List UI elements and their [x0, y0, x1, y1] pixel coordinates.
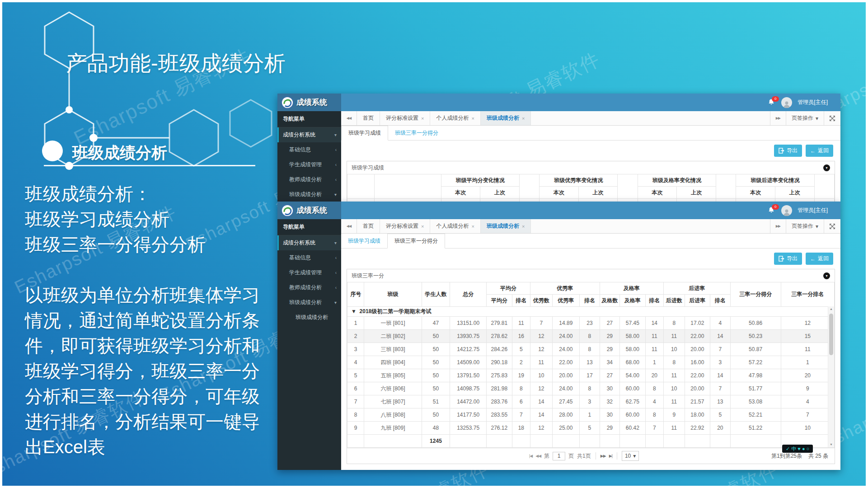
header-right: 0 管理员[主任] — [768, 94, 840, 111]
user-label[interactable]: 管理员[主任] — [798, 99, 828, 106]
sidebar-item-teacher-analysis[interactable]: 教师成绩分析 ‹ — [277, 280, 341, 295]
avatar[interactable] — [781, 97, 792, 108]
first-page-button[interactable]: |◀ — [529, 454, 532, 458]
panel-header: 班级三率一分 ▾ — [347, 269, 835, 282]
tab-personal-analysis[interactable]: 个人成绩分析 × — [430, 111, 480, 125]
table-cell: 17 — [580, 369, 600, 382]
table-row[interactable]: 1一班 [801]4713151.00279.8111714.89232757.… — [347, 317, 835, 330]
table-row[interactable]: 6六班 [806]5014098.75281.9881224.0083060.0… — [347, 382, 835, 395]
tab-scoring-standard[interactable]: 评分标准设置 × — [380, 219, 430, 233]
sidebar-item-class-analysis[interactable]: 班级成绩分析 ▾ — [277, 187, 341, 202]
subtab-class-learning-scores[interactable]: 班级学习成绩 — [341, 126, 388, 141]
table-cell: 22.00 — [552, 356, 580, 369]
table-cell: 50 — [422, 356, 450, 369]
caret-down-icon: ▾ — [334, 192, 337, 197]
sidebar-item-teacher-analysis[interactable]: 教师成绩分析 ‹ — [277, 172, 341, 187]
bullet-circle — [42, 141, 63, 161]
back-label: 返回 — [818, 255, 829, 263]
table-row[interactable]: 9九班 [809]4813253.75276.12181225.0052960.… — [347, 422, 835, 435]
fullscreen-button[interactable] — [824, 219, 840, 233]
sidebar-item-basic-info[interactable]: 基础信息 ‹ — [277, 250, 341, 265]
sidebar-subitem-class-analysis[interactable]: 班级成绩分析 — [277, 310, 341, 325]
exam-section-row[interactable]: ▼ 2018级初二第一学期期末考试 — [347, 307, 835, 317]
close-icon[interactable]: × — [421, 116, 424, 121]
table-cell: 20.00 — [685, 343, 710, 356]
tab-scoring-standard[interactable]: 评分标准设置 × — [380, 111, 430, 125]
sidebar-item-basic-info[interactable]: 基础信息 ‹ — [277, 142, 341, 157]
tab-home[interactable]: 首页 — [357, 219, 380, 233]
close-icon[interactable]: × — [522, 224, 525, 229]
learning-scores-panel: 班级学习成绩 ▾ — [347, 161, 835, 202]
column-header: 上次 — [578, 187, 618, 199]
table-cell: 22.00 — [685, 330, 710, 343]
tab-class-analysis[interactable]: 班级成绩分析 × — [481, 219, 531, 233]
subtab-three-rates-score[interactable]: 班级三率一分得分 — [387, 234, 445, 249]
sidebar-item-student-scores[interactable]: 学生成绩管理 ‹ — [277, 265, 341, 280]
table-cell: 283.76 — [487, 395, 512, 408]
user-label[interactable]: 管理员[主任] — [798, 206, 828, 214]
table-cell: 32 — [600, 395, 619, 408]
sidebar-item-label: 班级成绩分析 — [289, 191, 322, 198]
subtab-class-learning-scores[interactable]: 班级学习成绩 — [341, 234, 387, 248]
table-cell: 24.00 — [552, 330, 580, 343]
tab-home[interactable]: 首页 — [357, 111, 380, 125]
close-icon[interactable]: × — [421, 224, 424, 229]
scroll-down-arrow[interactable]: ▼ — [828, 442, 834, 447]
table-row[interactable]: 8八班 [808]5014177.50283.5571428.0013060.0… — [347, 408, 835, 422]
table-row[interactable]: 5五班 [805]5013791.50275.83191020.00172754… — [347, 369, 835, 382]
table-cell: 60.00 — [620, 408, 646, 422]
close-icon[interactable]: × — [522, 116, 525, 121]
fullscreen-button[interactable] — [824, 111, 840, 125]
table-cell: 11 — [645, 330, 663, 343]
tabs-scroll-right-button[interactable]: ▶▶ — [770, 219, 786, 233]
sidebar-item-score-analysis-system[interactable]: 成绩分析系统 ▾ — [277, 235, 341, 250]
tabs-scroll-right-button[interactable]: ▶▶ — [770, 111, 786, 125]
export-button[interactable]: 导出 — [774, 253, 802, 265]
last-page-button[interactable]: ▶| — [609, 454, 612, 458]
app-window-learning-scores: 成绩系统 0 管理员[主任] 导航菜单 成绩分析系统 ▾ — [277, 94, 840, 202]
table-cell: 8 — [347, 408, 364, 422]
tab-personal-analysis[interactable]: 个人成绩分析 × — [430, 219, 480, 233]
vertical-scrollbar[interactable]: ▲ ▼ — [828, 306, 834, 447]
close-icon[interactable]: × — [471, 116, 474, 121]
table-row[interactable]: 4四班 [804]5014509.00290.1821122.00133468.… — [347, 356, 835, 369]
scroll-up-arrow[interactable]: ▲ — [828, 306, 834, 312]
tab-operations-dropdown[interactable]: 页签操作 ▾ — [786, 219, 824, 233]
table-cell: 52.21 — [730, 408, 781, 422]
page-number-input[interactable] — [553, 452, 565, 460]
prev-page-button[interactable]: ◀◀ — [535, 454, 541, 458]
panel-collapse-icon[interactable]: ▾ — [823, 164, 830, 171]
table-cell: 三班 [803] — [364, 343, 422, 356]
next-page-button[interactable]: ▶▶ — [601, 454, 606, 458]
close-icon[interactable]: × — [471, 224, 474, 229]
table-cell: 20 — [710, 422, 730, 435]
table-cell: 14 — [710, 330, 730, 343]
table-row[interactable]: 3三班 [803]5014212.75284.2651224.0082958.0… — [347, 343, 835, 356]
export-button[interactable]: 导出 — [774, 145, 802, 157]
sidebar-item-class-analysis[interactable]: 班级成绩分析 ▾ — [277, 295, 341, 310]
panel-collapse-icon[interactable]: ▾ — [823, 272, 830, 279]
scrollbar-thumb[interactable] — [829, 314, 833, 355]
notification-bell-icon[interactable]: 0 — [768, 99, 776, 107]
table-row[interactable]: 7七班 [807]5114472.00283.7661427.4533262.7… — [347, 395, 835, 408]
tab-operations-dropdown[interactable]: 页签操作 ▾ — [786, 111, 824, 125]
avatar[interactable] — [781, 205, 792, 216]
table-row[interactable]: 2二班 [802]5013930.75278.62161224.0082958.… — [347, 330, 835, 343]
back-button[interactable]: ← 返回 — [806, 253, 833, 265]
tabs-scroll-left-button[interactable]: ◀◀ — [341, 219, 357, 233]
app-window-three-rates: 成绩系统 0 管理员[主任] 导航菜单 成绩分析系统 ▾ — [277, 202, 840, 470]
table-cell: 24.00 — [552, 343, 580, 356]
table-cell: 14 — [530, 395, 552, 408]
sidebar-item-score-analysis-system[interactable]: 成绩分析系统 ▾ — [277, 127, 341, 142]
page-size-select[interactable]: 10 ▾ — [622, 451, 639, 461]
table-cell: 14 — [710, 369, 730, 382]
subtab-three-rates-score[interactable]: 班级三率一分得分 — [388, 126, 445, 140]
tab-class-analysis[interactable]: 班级成绩分析 × — [481, 111, 531, 125]
back-button[interactable]: ← 返回 — [806, 145, 833, 157]
table-cell: 20.00 — [685, 382, 710, 395]
table-cell: 1 — [781, 356, 834, 369]
sidebar-item-student-scores[interactable]: 学生成绩管理 ‹ — [277, 157, 341, 172]
tabs-scroll-left-button[interactable]: ◀◀ — [341, 111, 357, 125]
table-cell: 9 — [664, 408, 685, 422]
notification-bell-icon[interactable]: 0 — [768, 206, 776, 215]
